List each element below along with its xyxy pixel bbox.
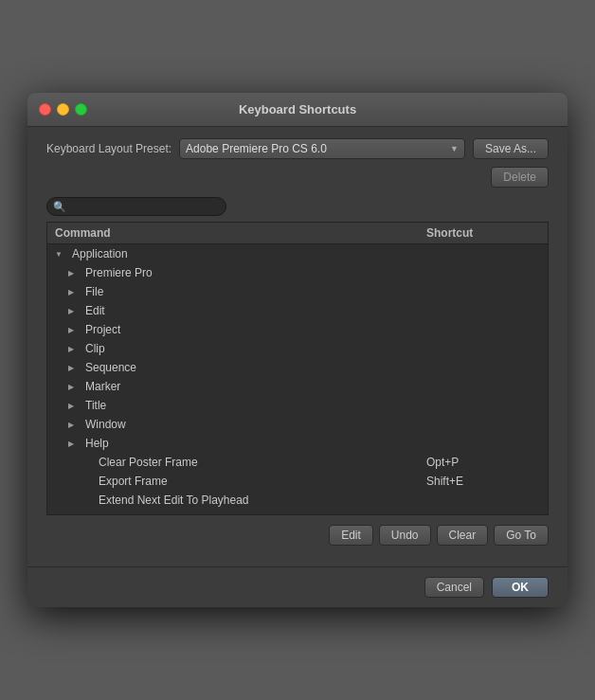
search-container: 🔍: [46, 197, 226, 216]
row-label: Sequence: [85, 361, 426, 374]
row-label: Window: [85, 418, 426, 431]
row-label: Premiere Pro: [85, 266, 426, 279]
table-row[interactable]: Extend Previous Edit To Playhead: [47, 510, 548, 512]
row-label: Project: [85, 323, 426, 336]
expand-icon[interactable]: ▶: [68, 421, 81, 429]
row-label: Clear Poster Frame: [99, 456, 426, 469]
row-label: Title: [85, 399, 426, 412]
close-button[interactable]: [39, 103, 51, 116]
cancel-button[interactable]: Cancel: [424, 577, 484, 598]
table-row[interactable]: ▶Sequence: [47, 358, 548, 377]
bottom-buttons: Cancel OK: [27, 566, 568, 607]
ok-button[interactable]: OK: [492, 577, 549, 598]
table-row[interactable]: ▶Edit: [47, 301, 548, 320]
table-row[interactable]: ▶Marker: [47, 377, 548, 396]
row-label: Edit: [85, 304, 426, 317]
maximize-button[interactable]: [75, 103, 87, 116]
delete-button[interactable]: Delete: [491, 167, 549, 188]
minimize-button[interactable]: [57, 103, 69, 116]
row-label: Export Frame: [99, 475, 426, 488]
table-row[interactable]: Clear Poster FrameOpt+P: [47, 453, 548, 472]
table-header: Command Shortcut: [47, 223, 548, 244]
clear-button[interactable]: Clear: [437, 525, 489, 546]
delete-row: Delete: [46, 167, 549, 188]
table-row[interactable]: ▶File: [47, 282, 548, 301]
preset-dropdown[interactable]: Adobe Premiere Pro CS 6.0 ▼: [179, 138, 465, 159]
expand-icon[interactable]: ▶: [68, 307, 81, 315]
table-row[interactable]: ▼Application: [47, 244, 548, 263]
expand-icon[interactable]: ▶: [68, 269, 81, 278]
expand-icon[interactable]: ▼: [55, 250, 68, 259]
shortcut-column-header: Shortcut: [426, 226, 540, 240]
expand-icon[interactable]: ▶: [68, 345, 81, 353]
row-label: Marker: [85, 380, 426, 393]
title-bar: Keyboard Shortcuts: [27, 93, 568, 127]
expand-icon[interactable]: ▶: [68, 326, 81, 334]
preset-value: Adobe Premiere Pro CS 6.0: [186, 142, 327, 155]
table-row[interactable]: Extend Next Edit To Playhead: [47, 491, 548, 510]
save-as-button[interactable]: Save As...: [473, 138, 549, 159]
command-column-header: Command: [55, 226, 426, 240]
expand-icon[interactable]: ▶: [68, 383, 81, 391]
dialog-body: Keyboard Layout Preset: Adobe Premiere P…: [27, 127, 568, 566]
table-row[interactable]: ▶Title: [47, 396, 548, 415]
row-shortcut: Opt+P: [426, 456, 540, 469]
preset-label: Keyboard Layout Preset:: [46, 142, 171, 155]
table-row[interactable]: ▶Window: [47, 415, 548, 434]
expand-icon[interactable]: ▶: [68, 402, 81, 410]
preset-row: Keyboard Layout Preset: Adobe Premiere P…: [46, 138, 549, 159]
row-label: Application: [72, 247, 426, 260]
search-input[interactable]: [46, 197, 226, 216]
dropdown-arrow-icon: ▼: [450, 144, 459, 153]
table-body[interactable]: ▼Application▶Premiere Pro▶File▶Edit▶Proj…: [47, 244, 548, 512]
row-label: Help: [85, 437, 426, 450]
table-row[interactable]: Export FrameShift+E: [47, 472, 548, 491]
shortcuts-table: Command Shortcut ▼Application▶Premiere P…: [46, 222, 549, 515]
traffic-lights: [39, 103, 87, 116]
keyboard-shortcuts-dialog: Keyboard Shortcuts Keyboard Layout Prese…: [27, 93, 568, 607]
expand-icon[interactable]: ▶: [68, 288, 81, 296]
row-label: Extend Next Edit To Playhead: [99, 494, 426, 507]
edit-button[interactable]: Edit: [329, 525, 373, 546]
expand-icon[interactable]: ▶: [68, 364, 81, 372]
expand-icon[interactable]: ▶: [68, 440, 81, 448]
table-row[interactable]: ▶Help: [47, 434, 548, 453]
dialog-title: Keyboard Shortcuts: [239, 102, 356, 117]
row-shortcut: Shift+E: [426, 475, 540, 488]
table-row[interactable]: ▶Clip: [47, 339, 548, 358]
undo-button[interactable]: Undo: [379, 525, 431, 546]
row-label: Clip: [85, 342, 426, 355]
row-label: File: [85, 285, 426, 298]
table-row[interactable]: ▶Premiere Pro: [47, 263, 548, 282]
action-buttons: Edit Undo Clear Go To: [46, 525, 549, 546]
goto-button[interactable]: Go To: [494, 525, 549, 546]
table-row[interactable]: ▶Project: [47, 320, 548, 339]
